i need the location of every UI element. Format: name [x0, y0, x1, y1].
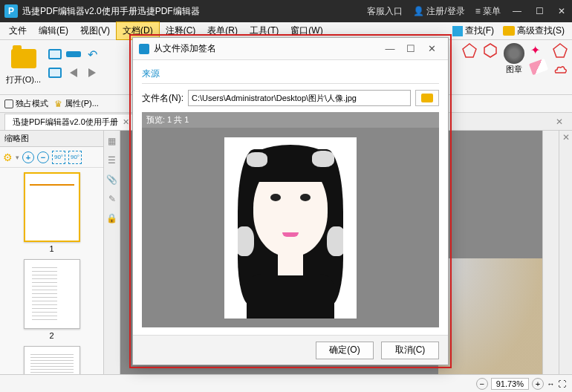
eraser-icon[interactable]	[529, 59, 548, 76]
shape-cloud-icon[interactable]	[553, 62, 568, 77]
thumb-zoom-out[interactable]: −	[37, 151, 49, 163]
next-button[interactable]	[84, 65, 100, 81]
thumbnail-toolbar: ⚙ ▾ + − 90° 90°	[0, 147, 103, 168]
exclusive-mode-button[interactable]: 独占模式	[4, 98, 48, 109]
dialog-title: 从文件添加签名	[154, 42, 380, 55]
dialog-footer: 确定(O) 取消(C)	[133, 335, 448, 365]
tab-overflow-button[interactable]: ✕	[551, 117, 568, 127]
printer-icon	[48, 49, 62, 59]
zoom-out-button[interactable]: −	[476, 378, 488, 390]
properties-button[interactable]: ♛属性(P)...	[54, 98, 99, 109]
sidetab-thumbnails[interactable]: ▦	[106, 135, 118, 147]
svg-marker-2	[553, 44, 567, 57]
preview-header: 预览: 1 共 1	[142, 112, 439, 128]
tab-close-icon[interactable]: ✕	[123, 117, 129, 127]
prev-button[interactable]	[65, 65, 82, 81]
rotate-right-button[interactable]: 90°	[68, 151, 82, 164]
print2-button[interactable]	[47, 65, 63, 81]
advanced-find-button[interactable]: 高级查找(S)	[498, 23, 569, 39]
right-panel-close[interactable]: ✕	[559, 131, 572, 143]
main-menu-link[interactable]: ≡ 菜单	[475, 5, 501, 18]
sidetab-attachments[interactable]: 📎	[106, 174, 118, 186]
gear-icon[interactable]: ⚙	[3, 151, 13, 163]
add-signature-dialog: 从文件添加签名 — ☐ ✕ 来源 文件名(N): 预览: 1 共 1 确定(	[132, 37, 449, 365]
right-mini-panel: ✕	[559, 131, 572, 392]
zoom-in-button[interactable]: +	[532, 378, 544, 390]
preview-image	[224, 137, 357, 318]
svg-marker-0	[463, 44, 476, 57]
sidetab-comments[interactable]: ✎	[106, 193, 118, 205]
sidetab-bookmarks[interactable]: ☰	[106, 154, 118, 166]
stamp-icon	[504, 43, 524, 64]
document-tab[interactable]: 迅捷PDF编辑器v2.0使用手册 ✕	[4, 114, 137, 130]
magic-wand-icon[interactable]	[530, 43, 544, 56]
menu-edit[interactable]: 编辑(E)	[33, 22, 74, 39]
folder-icon	[503, 26, 515, 36]
shape-pentagon2-icon[interactable]	[553, 43, 568, 58]
shape-hexagon-icon[interactable]	[483, 43, 498, 58]
filename-label: 文件名(N):	[142, 92, 183, 105]
zoom-value[interactable]: 91.73%	[491, 378, 529, 390]
menu-file[interactable]: 文件	[3, 22, 33, 39]
undo-icon: ↶	[88, 48, 97, 62]
dialog-titlebar: 从文件添加签名 — ☐ ✕	[133, 38, 448, 60]
login-link[interactable]: 👤 注册/登录	[413, 5, 465, 18]
source-section-header: 来源	[142, 68, 439, 84]
scanner-icon	[66, 51, 81, 57]
dialog-maximize[interactable]: ☐	[400, 43, 421, 54]
fit-width-icon[interactable]: ↔	[547, 379, 555, 388]
thumbnail-header: 缩略图	[0, 131, 103, 147]
thumbnail-item[interactable]: 2	[24, 259, 80, 340]
thumbnail-list: 1 2 3	[0, 168, 103, 392]
preview-area	[142, 128, 439, 327]
minimize-button[interactable]: —	[511, 5, 523, 17]
thumbnail-panel: 缩略图 ⚙ ▾ + − 90° 90° 1 2 3	[0, 131, 104, 392]
filename-input[interactable]	[188, 90, 411, 106]
fit-page-icon[interactable]: ⛶	[558, 379, 566, 388]
stamp-tool[interactable]: 图章	[504, 43, 524, 75]
app-title: 迅捷PDF编辑器v2.0使用手册迅捷PDF编辑器	[22, 5, 367, 18]
folder-icon	[421, 94, 433, 102]
maximize-button[interactable]: ☐	[533, 5, 545, 17]
cancel-button[interactable]: 取消(C)	[381, 342, 439, 359]
dialog-close[interactable]: ✕	[421, 43, 442, 54]
find-button[interactable]: 查找(F)	[448, 23, 498, 39]
find-icon	[452, 26, 463, 36]
left-sidetabs: ▦ ☰ 📎 ✎ 🔒	[104, 131, 120, 392]
customer-service-link[interactable]: 客服入口	[367, 5, 403, 18]
titlebar: P 迅捷PDF编辑器v2.0使用手册迅捷PDF编辑器 客服入口 👤 注册/登录 …	[0, 0, 572, 22]
close-button[interactable]: ✕	[556, 5, 568, 17]
thumb-zoom-in[interactable]: +	[22, 151, 34, 163]
decorative-gradient	[438, 258, 542, 392]
dialog-icon	[139, 44, 149, 54]
lock-icon	[4, 99, 13, 108]
dialog-body: 来源 文件名(N): 预览: 1 共 1	[133, 60, 448, 335]
print-button[interactable]	[47, 46, 63, 62]
browse-button[interactable]	[415, 90, 439, 106]
open-icon	[11, 49, 36, 68]
arrow-right-icon	[88, 68, 96, 77]
crown-icon: ♛	[54, 99, 62, 109]
dialog-minimize[interactable]: —	[380, 43, 400, 54]
statusbar: − 91.73% + ↔ ⛶	[0, 374, 572, 392]
app-logo: P	[4, 4, 18, 18]
shape-pentagon-icon[interactable]	[462, 43, 477, 58]
arrow-left-icon	[70, 68, 77, 77]
rotate-left-button[interactable]: 90°	[52, 151, 65, 164]
menu-view[interactable]: 视图(V)	[74, 22, 116, 39]
ok-button[interactable]: 确定(O)	[316, 342, 374, 359]
scan-button[interactable]	[65, 46, 82, 62]
right-sidetabs	[542, 131, 559, 392]
svg-marker-1	[484, 44, 496, 57]
undo-button[interactable]: ↶	[84, 46, 100, 62]
sidetab-lock[interactable]: 🔒	[106, 212, 118, 224]
printer-icon	[48, 68, 62, 78]
thumbnail-item[interactable]: 1	[24, 172, 80, 253]
open-tool[interactable]: 打开(O)...	[3, 43, 44, 91]
